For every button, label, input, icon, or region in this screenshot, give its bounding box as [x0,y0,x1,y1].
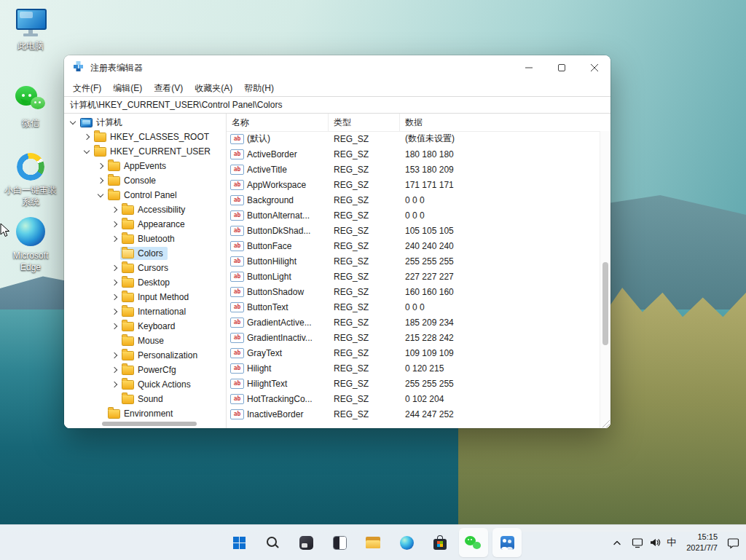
address-bar[interactable]: 计算机\HKEY_CURRENT_USER\Control Panel\Colo… [64,96,610,114]
maximize-button[interactable] [545,55,578,80]
menu-item[interactable]: 编辑(E) [107,81,148,96]
clock[interactable]: 15:15 2021/7/7 [682,528,722,557]
expand-chevron-icon[interactable] [95,160,106,172]
tree-item[interactable]: Appearance [64,217,226,232]
wechat-button[interactable] [459,528,488,557]
minimize-button[interactable] [512,55,545,80]
list-row-GradientActive...[interactable]: GradientActive... REG_SZ 185 209 234 [227,315,600,330]
expand-chevron-icon[interactable] [109,350,120,361]
tree-item[interactable]: Mouse [64,334,226,348]
expand-chevron-icon[interactable] [109,379,120,390]
tree-item[interactable]: AppEvents [64,159,226,173]
tree-item[interactable]: HKEY_CURRENT_USER [64,144,226,159]
list-row-(默认)[interactable]: (默认) REG_SZ (数值未设置) [227,131,600,146]
tree-item[interactable]: Input Method [64,290,226,304]
tree-item[interactable]: Keyboard [64,319,226,334]
registry-key-icon [80,118,93,127]
contacts-app-button[interactable] [492,528,522,557]
list-row-ButtonAlternat...[interactable]: ButtonAlternat... REG_SZ 0 0 0 [227,208,600,223]
expand-chevron-icon[interactable] [109,262,120,274]
expand-chevron-icon[interactable] [95,175,106,186]
tree-item[interactable]: Quick Actions [64,377,226,392]
tree-item[interactable]: Control Panel [64,188,226,202]
tree-item[interactable]: 计算机 [64,115,226,130]
expand-chevron-icon[interactable] [109,306,120,318]
expand-chevron-icon[interactable] [109,364,120,376]
expand-chevron-icon[interactable] [109,320,120,332]
tree-item[interactable]: Accessibility [64,202,226,217]
edge-button[interactable] [392,528,421,557]
virtual-desktop-button[interactable] [325,528,354,557]
list-row-InactiveBorder[interactable]: InactiveBorder REG_SZ 244 247 252 [227,406,600,422]
value-name: GradientActive... [247,318,312,328]
column-header-data[interactable]: 数据 [400,114,610,131]
value-type: REG_SZ [329,165,400,175]
menu-item[interactable]: 查看(V) [148,81,189,96]
network-volume-group[interactable]: 中 [627,528,680,557]
tree-item[interactable]: Environment [64,406,226,421]
list-row-ButtonLight[interactable]: ButtonLight REG_SZ 227 227 227 [227,269,600,284]
tree-item-label: AppEvents [124,161,166,171]
column-header-name[interactable]: 名称 [227,114,329,131]
tree-item[interactable]: Cursors [64,261,226,275]
expand-chevron-icon[interactable] [109,204,120,216]
expand-chevron-icon[interactable] [81,146,93,157]
expand-chevron-icon[interactable] [67,117,79,128]
menu-item[interactable]: 帮助(H) [238,81,280,96]
tree-horizontal-scrollbar[interactable] [64,419,226,428]
list-row-Background[interactable]: Background REG_SZ 0 0 0 [227,192,600,208]
ime-indicator[interactable]: 中 [667,536,676,549]
column-header-type[interactable]: 类型 [329,114,400,131]
desktop-icon-label: Microsoft Edge [3,251,58,273]
desktop-icon-xiaobai-reinstall[interactable]: 小白一键重装系统 [3,151,58,208]
value-data: 0 0 0 [400,302,600,312]
tree-item[interactable]: Colors [64,246,226,261]
expand-chevron-icon[interactable] [81,131,93,143]
tree-item[interactable]: International [64,304,226,319]
tree-scrollbar-thumb[interactable] [102,422,197,426]
menu-item[interactable]: 文件(F) [67,81,107,96]
task-view-button[interactable] [291,528,321,557]
list-row-Hilight[interactable]: Hilight REG_SZ 0 120 215 [227,360,600,376]
list-row-GrayText[interactable]: GrayText REG_SZ 109 109 109 [227,345,600,360]
list-row-HilightText[interactable]: HilightText REG_SZ 255 255 255 [227,376,600,391]
title-bar[interactable]: 注册表编辑器 [64,55,610,80]
menu-item[interactable]: 收藏夹(A) [189,81,238,96]
tree-item[interactable]: Bluetooth [64,232,226,246]
file-explorer-button[interactable] [358,528,388,557]
list-row-ButtonShadow[interactable]: ButtonShadow REG_SZ 160 160 160 [227,284,600,299]
start-button[interactable] [224,528,254,557]
list-row-ButtonFace[interactable]: ButtonFace REG_SZ 240 240 240 [227,238,600,253]
expand-chevron-icon[interactable] [109,277,120,288]
tree-item[interactable]: Console [64,173,226,188]
list-row-ActiveTitle[interactable]: ActiveTitle REG_SZ 153 180 209 [227,162,600,177]
search-button[interactable] [258,528,287,557]
list-row-ActiveBorder[interactable]: ActiveBorder REG_SZ 180 180 180 [227,146,600,162]
desktop-icon-microsoft-edge[interactable]: Microsoft Edge [3,217,58,273]
list-row-HotTrackingCo...[interactable]: HotTrackingCo... REG_SZ 0 102 204 [227,391,600,406]
tree-item[interactable]: Desktop [64,275,226,290]
tree-item[interactable]: HKEY_CLASSES_ROOT [64,130,226,144]
expand-chevron-icon[interactable] [109,233,120,245]
list-row-ButtonText[interactable]: ButtonText REG_SZ 0 0 0 [227,299,600,315]
list-row-GradientInactiv...[interactable]: GradientInactiv... REG_SZ 215 228 242 [227,330,600,345]
expand-chevron-icon[interactable] [109,218,120,230]
notification-center-button[interactable] [723,528,743,557]
list-row-ButtonDkShad...[interactable]: ButtonDkShad... REG_SZ 105 105 105 [227,223,600,238]
hidden-icons-button[interactable] [608,528,626,557]
list-row-AppWorkspace[interactable]: AppWorkspace REG_SZ 171 171 171 [227,177,600,192]
list-row-ButtonHilight[interactable]: ButtonHilight REG_SZ 255 255 255 [227,253,600,269]
close-button[interactable] [578,55,610,80]
tree-item[interactable]: Sound [64,392,226,406]
list-vertical-scrollbar[interactable] [600,131,610,428]
expand-chevron-icon[interactable] [95,189,106,201]
expand-chevron-icon[interactable] [109,291,120,303]
list-scrollbar-thumb[interactable] [602,262,608,345]
desktop-icon-this-pc[interactable]: 此电脑 [3,7,58,52]
tree-item[interactable]: Personalization [64,348,226,363]
desktop-icon-wechat[interactable]: 微信 [3,84,58,130]
registry-key-icon [122,351,134,360]
microsoft-store-button[interactable] [425,528,455,557]
reg-sz-icon [230,210,244,221]
tree-item[interactable]: PowerCfg [64,363,226,377]
